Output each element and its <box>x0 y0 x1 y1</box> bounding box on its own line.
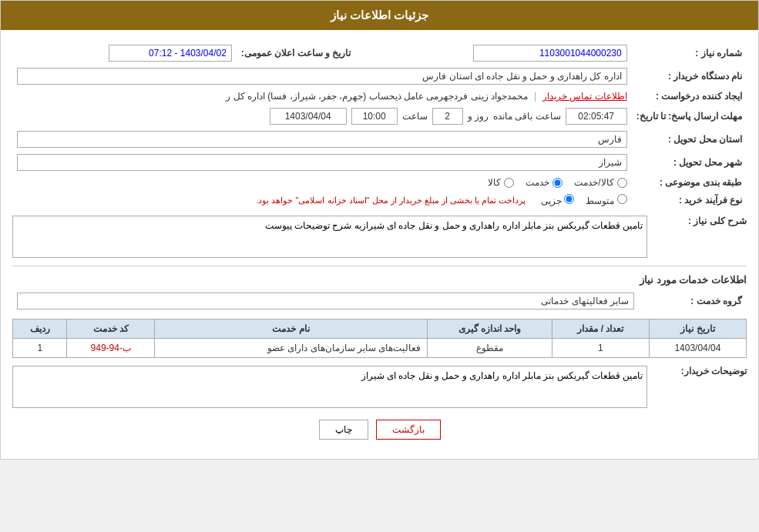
services-section-title: اطلاعات خدمات مورد نیاز <box>12 274 747 286</box>
category-kala-khedmat-label: کالا/خدمت <box>574 177 613 188</box>
category-option-kala[interactable]: کالا <box>488 177 514 188</box>
announcement-label: تاریخ و ساعت اعلان عمومی: <box>237 42 355 65</box>
col-date-header: تاریخ نیاز <box>649 320 746 339</box>
need-number-label: شماره نیاز : <box>632 42 747 65</box>
table-row: 1403/04/04 1 مقطوع فعالیت‌های سایر سازما… <box>13 339 747 358</box>
cell-row: 1 <box>13 339 67 358</box>
purchase-type-label: نوع فرآیند خرید : <box>632 191 747 209</box>
deadline-label: مهلت ارسال پاسخ: تا تاریخ: <box>632 105 747 128</box>
general-desc-label: شرح کلی نیاز : <box>653 216 747 226</box>
deadline-remaining-label: ساعت باقی مانده <box>493 111 561 122</box>
buyer-org-value: اداره کل راهداری و حمل و نقل جاده ای است… <box>17 68 627 85</box>
service-group-value: سایر فعالیتهای خدماتی <box>17 293 634 309</box>
purchase-type-option-jozi[interactable]: جزیی <box>541 194 574 206</box>
col-qty-header: تعداد / مقدار <box>552 320 649 339</box>
cell-name: فعالیت‌های سایر سازمان‌های دارای عضو <box>155 339 428 358</box>
cell-unit: مقطوع <box>428 339 552 358</box>
print-button[interactable]: چاپ <box>319 420 368 440</box>
category-option-kala-khedmat[interactable]: کالا/خدمت <box>574 177 626 188</box>
creator-value: محمدجواد زینی فردجهرمی عامل ذیحساب (جهرم… <box>226 91 528 102</box>
col-row-header: ردیف <box>13 320 67 339</box>
creator-label: ایجاد کننده درخواست : <box>632 88 747 105</box>
service-group-label: گروه خدمت : <box>639 289 747 313</box>
deadline-days-value: 2 <box>432 108 463 125</box>
purchase-type-option-motavasset[interactable]: متوسط <box>586 194 626 206</box>
cell-date: 1403/04/04 <box>649 339 746 358</box>
deadline-day-connector: روز و <box>468 111 489 122</box>
info-table: شماره نیاز : 1103001044000230 تاریخ و سا… <box>12 42 747 209</box>
deadline-remaining-value: 02:05:47 <box>566 108 627 125</box>
city-value: شیراز <box>17 154 627 171</box>
category-khedmat-label: خدمت <box>526 177 549 188</box>
deadline-date-value: 1403/04/04 <box>270 108 347 125</box>
buyer-desc-textarea <box>12 366 647 408</box>
button-row: بازگشت چاپ <box>12 420 747 440</box>
deadline-time-label: ساعت <box>402 111 428 122</box>
need-number-value: 1103001044000230 <box>473 45 627 62</box>
cell-code: ب-94-949 <box>67 339 155 358</box>
category-kala-label: کالا <box>488 177 501 188</box>
back-button[interactable]: بازگشت <box>376 420 441 440</box>
category-option-khedmat[interactable]: خدمت <box>526 177 563 188</box>
cell-qty: 1 <box>552 339 649 358</box>
deadline-time-value: 10:00 <box>351 108 398 125</box>
purchase-type-motavasset-label: متوسط <box>586 196 614 206</box>
page-header: جزئیات اطلاعات نیاز <box>1 1 758 30</box>
general-desc-textarea <box>12 216 647 258</box>
city-label: شهر محل تحویل : <box>632 151 747 174</box>
purchase-type-jozi-label: جزیی <box>541 196 562 206</box>
province-value: فارس <box>17 131 627 148</box>
announcement-value: 1403/04/02 - 07:12 <box>109 45 232 62</box>
col-code-header: کد خدمت <box>67 320 155 339</box>
creator-contact-link[interactable]: اطلاعات تماس خریدار <box>542 91 627 102</box>
services-table: تاریخ نیاز تعداد / مقدار واحد اندازه گیر… <box>12 319 747 358</box>
purchase-type-note: پرداخت تمام یا بخشی از مبلغ خریدار از مح… <box>256 196 526 206</box>
service-group-table: گروه خدمت : سایر فعالیتهای خدماتی <box>12 289 747 313</box>
category-label: طبقه بندی موضوعی : <box>632 174 747 191</box>
buyer-desc-label: توضیحات خریدار: <box>653 366 747 376</box>
buyer-org-label: نام دستگاه خریدار : <box>632 65 747 88</box>
province-label: استان محل تحویل : <box>632 128 747 151</box>
col-name-header: نام خدمت <box>155 320 428 339</box>
col-unit-header: واحد اندازه گیری <box>428 320 552 339</box>
